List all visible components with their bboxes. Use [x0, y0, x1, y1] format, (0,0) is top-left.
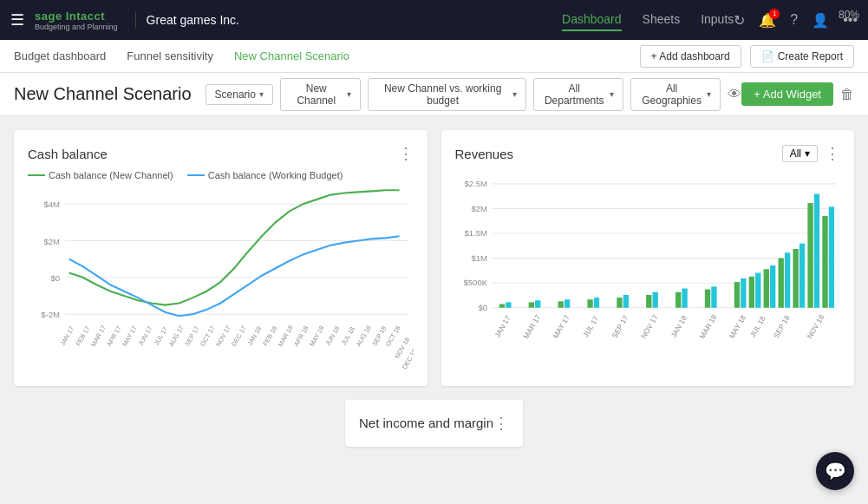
- svg-rect-52: [617, 298, 622, 308]
- svg-rect-49: [564, 299, 569, 308]
- subnav-new-channel-scenario[interactable]: New Channel Scenario: [234, 46, 349, 66]
- svg-rect-70: [807, 203, 813, 308]
- svg-rect-51: [593, 298, 598, 308]
- geographies-filter[interactable]: All Geographies ▾: [630, 78, 721, 111]
- top-navbar: 80% ☰ sage Intacct Budgeting and Plannin…: [0, 0, 868, 40]
- sage-logo: sage Intacct Budgeting and Planning: [35, 10, 118, 31]
- svg-rect-46: [528, 302, 533, 307]
- svg-text:$1M: $1M: [471, 253, 487, 263]
- revenues-filter-button[interactable]: All ▾: [782, 145, 818, 162]
- filter-bar: Scenario ▾ New Channel ▾ New Channel vs.…: [206, 78, 742, 111]
- legend-blue-line: [187, 174, 205, 176]
- help-icon[interactable]: ?: [790, 12, 798, 28]
- svg-rect-69: [799, 244, 804, 308]
- nav-divider: [135, 11, 136, 29]
- net-income-title: Net income and margin: [359, 416, 493, 430]
- svg-rect-53: [623, 295, 628, 308]
- svg-rect-60: [734, 282, 739, 308]
- svg-rect-62: [748, 277, 754, 308]
- nav-tab-sheets[interactable]: Sheets: [643, 9, 681, 31]
- svg-rect-55: [652, 292, 657, 308]
- budget-arrow-icon: ▾: [512, 89, 517, 99]
- svg-text:JUL 17: JUL 17: [581, 314, 600, 338]
- svg-text:$500K: $500K: [463, 278, 487, 287]
- budget-comparison-filter[interactable]: New Channel vs. working budget ▾: [368, 78, 526, 111]
- svg-rect-47: [535, 300, 540, 307]
- delete-button[interactable]: 🗑: [840, 87, 854, 102]
- net-income-header: Net income and margin ⋮: [359, 414, 509, 433]
- svg-rect-45: [506, 302, 511, 307]
- add-widget-button[interactable]: + Add Widget: [741, 82, 833, 106]
- cash-balance-menu-icon[interactable]: ⋮: [398, 144, 414, 163]
- svg-rect-50: [587, 299, 592, 308]
- cash-balance-header: Cash balance ⋮: [28, 144, 414, 163]
- svg-text:$4M: $4M: [44, 200, 61, 209]
- svg-text:$2M: $2M: [471, 204, 487, 213]
- percent-indicator: 80%: [839, 9, 859, 21]
- svg-rect-61: [741, 278, 746, 308]
- page-header: New Channel Scenario Scenario ▾ New Chan…: [0, 73, 868, 116]
- sub-nav-links: Budget dashboard Funnel sensitivity New …: [14, 46, 640, 66]
- users-icon[interactable]: 👤: [812, 12, 829, 29]
- svg-text:$2M: $2M: [44, 237, 61, 246]
- departments-filter[interactable]: All Departments ▾: [533, 78, 623, 111]
- new-channel-filter[interactable]: New Channel ▾: [280, 78, 361, 111]
- notification-badge: 1: [769, 9, 780, 19]
- cash-balance-chart: $4M $2M $0 $-2M JAN 17 FEB 17 MAR 17 APR…: [28, 186, 414, 370]
- subnav-budget-dashboard[interactable]: Budget dashboard: [14, 46, 106, 66]
- svg-text:MAY 17: MAY 17: [551, 313, 571, 340]
- main-content: Cash balance ⋮ Cash balance (New Channel…: [0, 116, 868, 504]
- hamburger-icon[interactable]: ☰: [10, 10, 24, 29]
- svg-rect-56: [675, 292, 681, 308]
- company-name: Great games Inc.: [147, 13, 562, 27]
- svg-rect-71: [813, 194, 819, 308]
- scenario-arrow-icon: ▾: [259, 89, 264, 99]
- refresh-icon[interactable]: ↻: [734, 12, 745, 29]
- svg-text:DEC 17: DEC 17: [230, 324, 248, 348]
- svg-rect-65: [770, 265, 775, 308]
- svg-text:JAN 18: JAN 18: [669, 314, 689, 339]
- create-report-button[interactable]: 📄 Create Report: [750, 45, 854, 68]
- svg-text:MAY 18: MAY 18: [308, 324, 326, 348]
- cash-balance-title: Cash balance: [28, 147, 108, 161]
- svg-rect-64: [763, 269, 768, 307]
- svg-rect-73: [828, 206, 833, 307]
- svg-text:$-2M: $-2M: [41, 310, 60, 319]
- page-title: New Channel Scenario: [14, 84, 192, 104]
- svg-rect-44: [499, 304, 504, 308]
- svg-rect-72: [822, 216, 827, 308]
- svg-text:$0: $0: [50, 273, 60, 283]
- svg-text:JUL 18: JUL 18: [747, 314, 767, 338]
- legend-green-line: [28, 174, 45, 176]
- chat-icon: 💬: [825, 461, 846, 481]
- svg-text:NOV 18: NOV 18: [805, 313, 826, 340]
- scenario-filter[interactable]: Scenario ▾: [206, 84, 273, 105]
- cash-balance-card: Cash balance ⋮ Cash balance (New Channel…: [14, 130, 427, 386]
- svg-text:$1.5M: $1.5M: [464, 228, 487, 238]
- revenues-menu-icon[interactable]: ⋮: [825, 144, 840, 163]
- svg-text:SEP 18: SEP 18: [771, 313, 791, 339]
- svg-text:AUG 17: AUG 17: [167, 324, 186, 348]
- svg-text:MAY 17: MAY 17: [121, 324, 139, 348]
- nav-tab-dashboard[interactable]: Dashboard: [562, 9, 622, 31]
- svg-text:JUN 18: JUN 18: [323, 324, 341, 347]
- geographies-arrow-icon: ▾: [707, 89, 711, 99]
- svg-rect-68: [793, 249, 798, 308]
- nav-tab-inputs[interactable]: Inputs: [701, 9, 734, 31]
- svg-rect-66: [778, 259, 783, 308]
- visibility-toggle-button[interactable]: 👁: [728, 87, 741, 102]
- revenues-title: Revenues: [455, 147, 514, 161]
- chat-bubble[interactable]: 💬: [816, 452, 854, 490]
- net-income-menu-icon[interactable]: ⋮: [493, 414, 509, 433]
- svg-text:$0: $0: [478, 303, 487, 312]
- bottom-row: Net income and margin ⋮: [14, 400, 854, 447]
- notification-icon[interactable]: 🔔1: [759, 12, 776, 29]
- svg-text:MAR 17: MAR 17: [521, 313, 542, 341]
- cash-balance-legend: Cash balance (New Channel) Cash balance …: [28, 170, 414, 180]
- revenues-card: Revenues All ▾ ⋮ $2.5M: [441, 130, 855, 386]
- add-dashboard-button[interactable]: + Add dashboard: [640, 45, 741, 68]
- departments-arrow-icon: ▾: [610, 89, 614, 99]
- revenues-controls: All ▾ ⋮: [782, 144, 840, 163]
- svg-text:SEP 17: SEP 17: [610, 313, 630, 339]
- subnav-funnel-sensitivity[interactable]: Funnel sensitivity: [127, 46, 213, 66]
